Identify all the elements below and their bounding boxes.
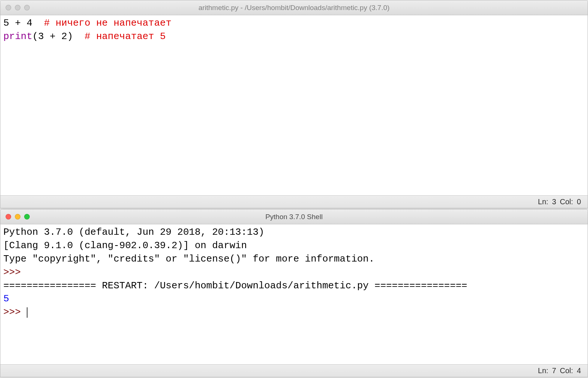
shell-prompt: >>> [3, 267, 26, 278]
col-number: 0 [577, 198, 581, 206]
line-number: 7 [552, 366, 556, 375]
shell-output: 5 [3, 293, 9, 304]
shell-banner: Type "copyright", "credits" or "license(… [3, 253, 375, 265]
shell-window: Python 3.7.0 Shell Python 3.7.0 (default… [0, 209, 588, 377]
shell-statusbar: Ln: 7 Col: 4 [0, 364, 588, 377]
editor-titlebar[interactable]: arithmetic.py - /Users/hombit/Downloads/… [0, 0, 588, 15]
shell-titlebar[interactable]: Python 3.7.0 Shell [0, 209, 588, 224]
shell-banner: Python 3.7.0 (default, Jun 29 2018, 20:1… [3, 227, 270, 238]
shell-restart-line: ================ RESTART: /Users/hombit/… [3, 280, 467, 291]
maximize-icon[interactable] [24, 214, 30, 220]
minimize-icon[interactable] [15, 214, 20, 220]
minimize-icon[interactable] [15, 5, 20, 10]
shell-title: Python 3.7.0 Shell [5, 213, 583, 221]
shell-textarea[interactable]: Python 3.7.0 (default, Jun 29 2018, 20:1… [0, 224, 588, 364]
maximize-icon[interactable] [24, 5, 30, 10]
editor-statusbar: Ln: 3 Col: 0 [0, 195, 588, 208]
editor-textarea[interactable]: 5 + 4 # ничего не напечатает print(3 + 2… [0, 15, 588, 195]
editor-title: arithmetic.py - /Users/hombit/Downloads/… [5, 4, 583, 12]
shell-banner: [Clang 9.1.0 (clang-902.0.39.2)] on darw… [3, 240, 247, 251]
shell-prompt: >>> [3, 307, 26, 318]
line-label: Ln: [538, 366, 548, 375]
editor-window: arithmetic.py - /Users/hombit/Downloads/… [0, 0, 588, 208]
col-number: 4 [577, 366, 581, 375]
code-token: 5 + 4 [3, 17, 44, 29]
line-label: Ln: [538, 198, 548, 206]
text-cursor-icon [27, 307, 28, 318]
col-label: Col: [560, 366, 573, 375]
col-label: Col: [560, 198, 573, 206]
function-token: print [3, 31, 32, 42]
close-icon[interactable] [6, 214, 11, 220]
editor-traffic-lights [6, 5, 30, 10]
comment-token: # напечатает 5 [84, 31, 165, 42]
comment-token: # ничего не напечатает [44, 17, 171, 29]
shell-traffic-lights [6, 214, 30, 220]
code-token: (3 + 2) [32, 31, 84, 42]
close-icon[interactable] [6, 5, 11, 10]
line-number: 3 [552, 198, 556, 206]
